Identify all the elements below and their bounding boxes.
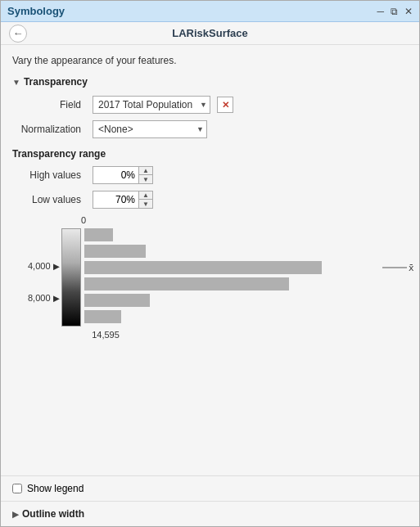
show-legend-label: Show legend — [27, 483, 84, 494]
chart-mid2-label: 8,000 ► — [28, 292, 61, 304]
low-values-input[interactable] — [93, 191, 138, 208]
low-values-down[interactable]: ▼ — [139, 200, 152, 208]
high-values-spinner: ▲ ▼ — [93, 166, 153, 184]
undock-icon[interactable]: ⧉ — [391, 6, 398, 17]
bars-container: x̄ — [81, 228, 408, 327]
back-icon: ← — [13, 27, 24, 39]
main-content: Vary the appearance of your features. ▼ … — [1, 45, 419, 475]
bar-5 — [84, 294, 150, 307]
show-legend-row: Show legend — [12, 483, 408, 494]
chart-zero-label: 0 — [81, 215, 86, 225]
pin-icon[interactable]: ─ — [377, 6, 384, 17]
low-values-arrows: ▲ ▼ — [138, 191, 152, 208]
bar-4 — [84, 277, 289, 291]
symbology-window: Symbology ─ ⧉ ✕ ← LARiskSurface Vary the… — [0, 0, 420, 527]
transparency-section-header[interactable]: ▼ Transparency — [12, 76, 408, 88]
bar-2 — [84, 245, 146, 258]
normalization-select-wrapper: <None> ▼ — [93, 120, 207, 138]
bar-row-5 — [84, 294, 408, 307]
bar-6 — [84, 310, 121, 323]
range-title: Transparency range — [12, 148, 408, 160]
low-values-up[interactable]: ▲ — [139, 191, 152, 200]
low-values-spinner: ▲ ▼ — [93, 191, 153, 209]
high-values-label: High values — [12, 169, 86, 181]
bar-1 — [84, 228, 113, 241]
show-legend-section: Show legend — [1, 475, 419, 501]
clear-field-button[interactable]: ✕ — [217, 97, 233, 113]
low-values-label: Low values — [12, 194, 86, 205]
normalization-select[interactable]: <None> — [93, 120, 207, 138]
bar-3 — [84, 261, 322, 274]
title-bar: Symbology ─ ⧉ ✕ — [1, 1, 419, 22]
bar-row-6 — [84, 310, 408, 323]
bar-row-2 — [84, 245, 408, 258]
normalization-label: Normalization — [12, 124, 86, 135]
high-values-up[interactable]: ▲ — [139, 167, 152, 175]
high-values-row: High values ▲ ▼ — [12, 166, 408, 184]
chart-inner: 0 4,000 ► 8,000 ► — [61, 217, 408, 340]
high-values-arrows: ▲ ▼ — [138, 167, 152, 183]
arrow-right2-icon: ► — [52, 292, 62, 304]
outline-chevron: ▶ — [12, 510, 19, 519]
transparency-chevron: ▼ — [12, 78, 20, 87]
outline-width-section[interactable]: ▶ Outline width — [1, 501, 419, 526]
field-select-wrapper: 2017 Total Population ▼ — [93, 96, 210, 114]
high-values-down[interactable]: ▼ — [139, 175, 152, 183]
layer-name: LARiskSurface — [172, 27, 247, 39]
low-values-row: Low values ▲ ▼ — [12, 191, 408, 209]
high-values-input[interactable] — [93, 167, 138, 183]
bar-row-4 — [84, 277, 408, 291]
transparency-label: Transparency — [24, 76, 88, 88]
arrow-right-icon: ► — [52, 260, 62, 273]
chart-area: 0 4,000 ► 8,000 ► — [12, 217, 408, 340]
title-bar-controls: ─ ⧉ ✕ — [377, 6, 413, 17]
chart-mid-label: 4,000 ► — [28, 260, 61, 273]
mean-label: x̄ — [409, 263, 414, 273]
close-icon[interactable]: ✕ — [404, 6, 413, 17]
field-row: Field 2017 Total Population ▼ ✕ — [12, 96, 408, 114]
back-button[interactable]: ← — [9, 25, 27, 43]
nav-bar: ← LARiskSurface — [1, 22, 419, 45]
show-legend-checkbox[interactable] — [12, 484, 22, 493]
outline-label: Outline width — [22, 508, 84, 520]
chart-bottom-label: 14,595 — [81, 330, 130, 340]
field-label: Field — [12, 99, 86, 110]
chart-content: 4,000 ► 8,000 ► — [61, 228, 408, 327]
field-select[interactable]: 2017 Total Population — [93, 96, 210, 114]
gradient-bar: 4,000 ► 8,000 ► — [61, 228, 81, 327]
clear-icon: ✕ — [222, 100, 229, 110]
normalization-row: Normalization <None> ▼ — [12, 120, 408, 138]
window-title: Symbology — [7, 5, 65, 17]
mean-line — [382, 268, 407, 268]
subtitle-text: Vary the appearance of your features. — [12, 55, 408, 66]
bar-row-1 — [84, 228, 408, 241]
bar-row-3: x̄ — [84, 261, 408, 274]
mean-indicator: x̄ — [382, 263, 414, 273]
chart-labels — [12, 217, 53, 340]
